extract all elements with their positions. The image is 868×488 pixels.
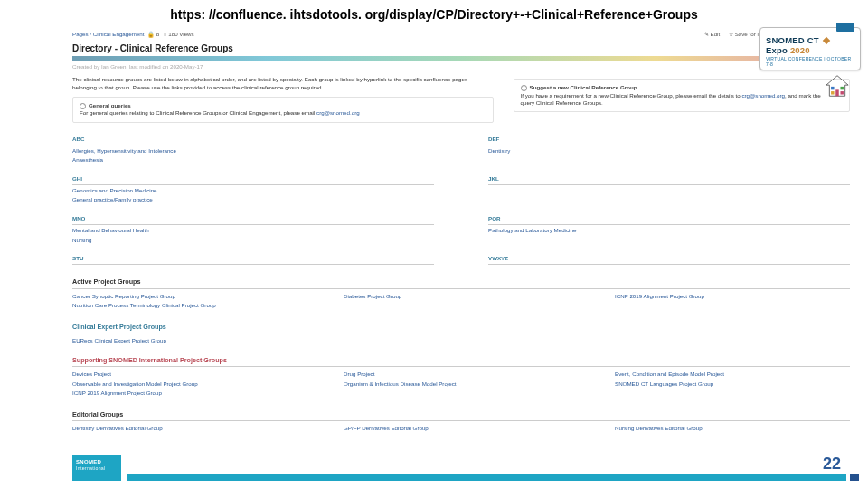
list-item[interactable]: Nursing Derivatives Editorial Group (615, 425, 703, 431)
alpha-jkl: JKL (488, 175, 850, 185)
restrictions-icon[interactable]: 🔒 8 (147, 31, 159, 37)
list-item[interactable]: Dentistry (488, 147, 510, 154)
clinical-expert-groups: Clinical Expert Project Groups EURecs Cl… (72, 323, 850, 345)
color-stripe (72, 56, 850, 61)
general-queries-box: General queries For general queries rela… (72, 97, 494, 123)
snomed-logo: SNOMED International (72, 455, 121, 481)
list-item[interactable]: Nutrition Care Process Terminology Clini… (72, 302, 216, 308)
editorial-heading: Editorial Groups (72, 410, 850, 422)
logo-line2: International (76, 465, 105, 471)
page-topbar: Pages / Clinical Engagement 🔒 8 ⬆ 180 Vi… (72, 27, 850, 41)
list-item[interactable]: ICNP 2019 Alignment Project Group (72, 389, 162, 396)
footer-bar (127, 474, 846, 481)
active-heading: Active Project Groups (72, 277, 850, 289)
list-item[interactable]: Pathology and Laboratory Medicine (488, 227, 576, 233)
alpha-directory: ABCAllergies, Hypersensitivity and Intol… (72, 136, 850, 267)
list-item[interactable]: SNOMED CT Languages Project Group (615, 380, 713, 387)
house-icon (825, 74, 850, 98)
footer-bar-accent (850, 474, 859, 481)
diamond-icon (822, 37, 829, 44)
list-item[interactable]: Event, Condition and Episode Model Proje… (615, 371, 724, 377)
expo-year: 2020 (790, 45, 810, 55)
suggest-group-text-1: If you have a requirement for a new Clin… (521, 92, 742, 99)
breadcrumb[interactable]: Pages / Clinical Engagement (72, 31, 144, 37)
alpha-stu: STU (72, 255, 434, 265)
page-title: Directory - Clinical Reference Groups (72, 42, 850, 55)
slide-url-title: https: //confluence. ihtsdotools. org/di… (0, 0, 868, 27)
info-icon (521, 85, 527, 91)
suggest-group-title: Suggest a new Clinical Reference Group (530, 84, 637, 90)
alpha-def: DEF (488, 136, 850, 145)
expo-badge: SNOMED CT Expo 2020 VIRTUAL CONFERENCE |… (760, 27, 861, 70)
list-item[interactable]: Devices Project (72, 371, 111, 377)
expert-heading: Clinical Expert Project Groups (72, 323, 850, 334)
confluence-screenshot: Pages / Clinical Engagement 🔒 8 ⬆ 180 Vi… (72, 27, 850, 452)
list-item[interactable]: ICNP 2019 Alignment Project Group (615, 293, 704, 299)
alpha-ghi: GHI (72, 175, 434, 185)
intro-text: The clinical resource groups are listed … (72, 76, 494, 91)
list-item[interactable]: Observable and Investigation Model Proje… (72, 380, 198, 387)
supporting-groups: Supporting SNOMED International Project … (72, 356, 850, 399)
general-queries-title: General queries (89, 102, 131, 108)
general-queries-email[interactable]: crg@snomed.org (316, 109, 360, 116)
view-count: ⬆ 180 Views (163, 31, 194, 37)
editorial-groups: Editorial Groups Dentistry Derivatives E… (72, 410, 850, 435)
alpha-pqr: PQR (488, 215, 850, 225)
svg-rect-2 (840, 87, 843, 89)
list-item[interactable]: Diabetes Project Group (344, 293, 401, 299)
suggest-group-email[interactable]: crg@snomed.org (741, 92, 785, 99)
edit-button[interactable]: ✎ Edit (704, 31, 720, 37)
alpha-abc: ABC (72, 136, 434, 145)
logo-line1: SNOMED (76, 459, 101, 465)
list-item[interactable]: Anaesthesia (72, 156, 103, 163)
list-item[interactable]: Nursing (72, 237, 91, 243)
expo-subtitle: VIRTUAL CONFERENCE | OCTOBER 7-8 (766, 56, 854, 67)
list-item[interactable]: Genomics and Precision Medicine (72, 187, 157, 193)
alpha-mno: MNO (72, 215, 434, 225)
general-queries-text: For general queries relating to Clinical… (80, 109, 316, 116)
page-number: 22 (823, 455, 841, 474)
svg-rect-1 (831, 87, 834, 89)
list-item[interactable]: Cancer Synoptic Reporting Project Group (72, 293, 175, 299)
list-item[interactable]: Dentistry Derivatives Editorial Group (72, 425, 163, 431)
slide-footer: SNOMED International 22 (0, 454, 868, 481)
list-item[interactable]: GP/FP Derivatives Editorial Group (344, 425, 429, 431)
expo-word: Expo (766, 45, 788, 55)
svg-rect-5 (835, 90, 838, 97)
list-item[interactable]: Mental and Behavioural Health (72, 227, 149, 233)
list-item[interactable]: Allergies, Hypersensitivity and Intolera… (72, 147, 176, 154)
suggest-group-box: Suggest a new Clinical Reference Group I… (514, 79, 850, 112)
info-icon (80, 103, 86, 109)
list-item[interactable]: Organism & Infectious Disease Model Proj… (344, 380, 457, 387)
badge-tag (836, 23, 854, 32)
svg-rect-3 (831, 91, 834, 94)
page-meta: Created by Ian Green, last modified on 2… (72, 63, 850, 70)
alpha-vwxyz: VWXYZ (488, 255, 850, 265)
expo-brand: SNOMED CT (766, 35, 819, 45)
svg-rect-4 (840, 91, 843, 94)
support-heading: Supporting SNOMED International Project … (72, 356, 850, 368)
list-item[interactable]: EURecs Clinical Expert Project Group (72, 337, 166, 343)
list-item[interactable]: General practice/Family practice (72, 196, 153, 202)
list-item[interactable]: Drug Project (344, 371, 374, 377)
active-project-groups: Active Project Groups Cancer Synoptic Re… (72, 277, 850, 311)
